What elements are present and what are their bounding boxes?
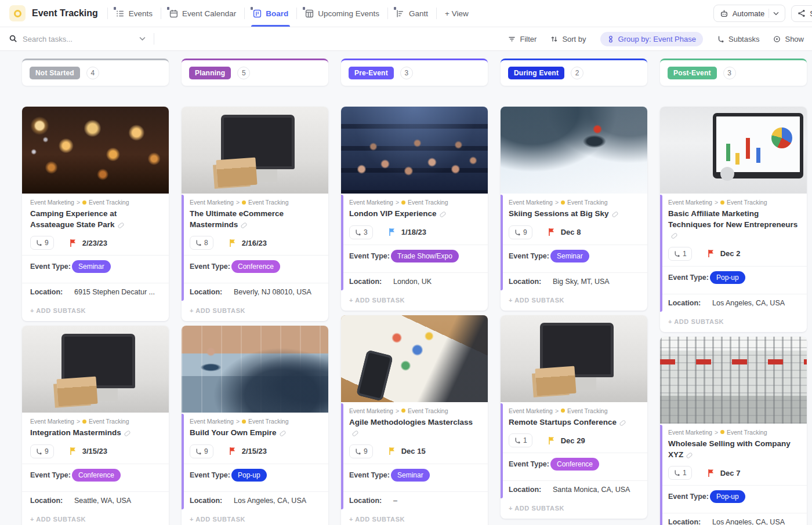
chevron-down-icon[interactable]	[139, 37, 146, 41]
breadcrumb[interactable]: Event Marketing > Event Tracking	[190, 199, 320, 206]
add-subtask-button[interactable]: + ADD SUBTASK	[182, 511, 328, 525]
flag-icon[interactable]	[707, 469, 715, 477]
task-card[interactable]: Event Marketing > Event Tracking The Ult…	[182, 107, 328, 321]
show-button[interactable]: Show	[773, 35, 804, 43]
subtask-count-chip[interactable]: 9	[190, 444, 213, 458]
due-date[interactable]: Dec 7	[720, 469, 741, 477]
event-type-badge[interactable]: Seminar	[550, 250, 589, 262]
location-value[interactable]: Santa Monica, CA, USA	[553, 486, 630, 494]
share-button[interactable]: Share	[791, 5, 812, 22]
due-date[interactable]: 2/16/23	[242, 239, 267, 247]
event-type-badge[interactable]: Conference	[231, 260, 280, 273]
task-title[interactable]: Agile Methodologies Masterclass	[349, 417, 480, 439]
add-subtask-button[interactable]: + ADD SUBTASK	[660, 313, 807, 332]
breadcrumb[interactable]: Event Marketing > Event Tracking	[30, 199, 161, 206]
location-value[interactable]: Seattle, WA, USA	[74, 497, 131, 505]
subtask-count-chip[interactable]: 9	[509, 225, 532, 239]
add-subtask-button[interactable]: + ADD SUBTASK	[341, 291, 488, 311]
task-card[interactable]: Event Marketing > Event Tracking Remote …	[501, 315, 647, 519]
search-input[interactable]	[23, 35, 108, 43]
flag-icon[interactable]	[229, 239, 237, 247]
due-date[interactable]: 2/23/23	[82, 239, 107, 247]
breadcrumb[interactable]: Event Marketing > Event Tracking	[509, 407, 639, 414]
add-subtask-button[interactable]: + ADD SUBTASK	[22, 302, 169, 321]
column-header[interactable]: Planning 5	[182, 59, 328, 86]
event-type-badge[interactable]: Seminar	[72, 260, 111, 273]
add-view-button[interactable]: + View	[437, 0, 477, 27]
task-card[interactable]: Event Marketing > Event Tracking Skiing …	[501, 107, 647, 311]
due-date[interactable]: Dec 29	[561, 436, 585, 445]
flag-icon[interactable]	[548, 228, 556, 236]
breadcrumb[interactable]: Event Marketing > Event Tracking	[190, 418, 320, 425]
subtask-count-chip[interactable]: 1	[668, 466, 692, 480]
flag-icon[interactable]	[388, 447, 396, 455]
location-value[interactable]: Beverly, NJ 08010, USA	[234, 288, 311, 296]
column-header[interactable]: Not Started 4	[22, 59, 169, 86]
flag-icon[interactable]	[229, 447, 237, 455]
location-value[interactable]: Los Angeles, CA, USA	[712, 518, 785, 525]
add-subtask-button[interactable]: + ADD SUBTASK	[501, 500, 647, 519]
task-card[interactable]: Event Marketing > Event Tracking Agile M…	[341, 315, 488, 525]
event-type-badge[interactable]: Trade Show/Expo	[391, 250, 459, 262]
breadcrumb[interactable]: Event Marketing > Event Tracking	[668, 429, 799, 436]
location-value[interactable]: Los Angeles, CA, USA	[712, 299, 785, 307]
tab-gantt[interactable]: Gantt	[388, 0, 436, 27]
subtask-count-chip[interactable]: 9	[30, 236, 54, 250]
location-value[interactable]: Big Sky, MT, USA	[553, 278, 610, 286]
task-title[interactable]: The Ultimate eCommerce Masterminds	[190, 209, 320, 230]
task-card[interactable]: Event Marketing > Event Tracking Build Y…	[182, 326, 328, 525]
task-title[interactable]: Skiing Sessions at Big Sky	[509, 209, 639, 220]
event-type-badge[interactable]: Seminar	[391, 469, 430, 482]
location-value[interactable]: London, UK	[393, 278, 432, 286]
breadcrumb[interactable]: Event Marketing > Event Tracking	[509, 199, 639, 206]
flag-icon[interactable]	[388, 228, 396, 236]
add-subtask-button[interactable]: + ADD SUBTASK	[22, 511, 169, 525]
subtask-count-chip[interactable]: 1	[509, 433, 532, 447]
column-header[interactable]: Pre-Event 3	[341, 59, 488, 86]
app-logo-icon[interactable]	[9, 5, 26, 21]
tab-upcoming-events[interactable]: Upcoming Events	[297, 0, 387, 27]
task-title[interactable]: Wholesale Selling with Company XYZ	[668, 439, 799, 460]
tab-board[interactable]: Board	[245, 0, 296, 27]
subtask-count-chip[interactable]: 1	[668, 247, 692, 261]
location-value[interactable]: –	[393, 497, 397, 505]
event-type-badge[interactable]: Pop-up	[231, 469, 267, 482]
group-by-button[interactable]: Group by: Event Phase	[600, 32, 703, 46]
task-card[interactable]: Event Marketing > Event Tracking Basic A…	[660, 107, 807, 332]
flag-icon[interactable]	[69, 447, 77, 455]
subtask-count-chip[interactable]: 8	[190, 236, 213, 250]
due-date[interactable]: 1/18/23	[401, 228, 426, 236]
due-date[interactable]: 3/15/23	[82, 447, 107, 455]
task-title[interactable]: Basic Affiliate Marketing Techniques for…	[668, 209, 799, 241]
flag-icon[interactable]	[69, 239, 77, 247]
subtask-count-chip[interactable]: 9	[349, 444, 373, 458]
event-type-badge[interactable]: Pop-up	[710, 490, 745, 503]
subtask-count-chip[interactable]: 9	[30, 444, 54, 458]
flag-icon[interactable]	[707, 249, 715, 258]
due-date[interactable]: Dec 8	[561, 228, 581, 236]
event-type-badge[interactable]: Pop-up	[710, 271, 745, 284]
automate-button[interactable]: Automate	[713, 5, 786, 22]
task-card[interactable]: Event Marketing > Event Tracking Wholesa…	[660, 337, 807, 525]
tab-events[interactable]: Events	[108, 0, 161, 27]
add-subtask-button[interactable]: + ADD SUBTASK	[501, 291, 647, 311]
add-subtask-button[interactable]: + ADD SUBTASK	[341, 511, 488, 525]
tab-event-calendar[interactable]: Event Calendar	[161, 0, 244, 27]
task-title[interactable]: Remote Startups Conference	[509, 417, 639, 428]
breadcrumb[interactable]: Event Marketing > Event Tracking	[349, 199, 480, 206]
flag-icon[interactable]	[548, 436, 556, 445]
chevron-down-icon[interactable]	[773, 12, 779, 16]
task-title[interactable]: Camping Experience at Assateague State P…	[30, 209, 161, 230]
event-type-badge[interactable]: Conference	[72, 469, 121, 482]
subtask-count-chip[interactable]: 3	[349, 225, 373, 239]
breadcrumb[interactable]: Event Marketing > Event Tracking	[349, 407, 480, 414]
task-card[interactable]: Event Marketing > Event Tracking London …	[341, 107, 488, 311]
subtasks-button[interactable]: Subtasks	[717, 35, 759, 43]
sort-by-button[interactable]: Sort by	[550, 35, 586, 43]
location-value[interactable]: Los Angeles, CA, USA	[234, 497, 306, 505]
search-box[interactable]	[9, 35, 146, 43]
task-card[interactable]: Event Marketing > Event Tracking Integra…	[22, 326, 169, 525]
location-value[interactable]: 6915 Stephen Decatur ...	[74, 288, 155, 296]
add-subtask-button[interactable]: + ADD SUBTASK	[182, 302, 328, 321]
task-title[interactable]: Integration Masterminds	[30, 428, 161, 439]
